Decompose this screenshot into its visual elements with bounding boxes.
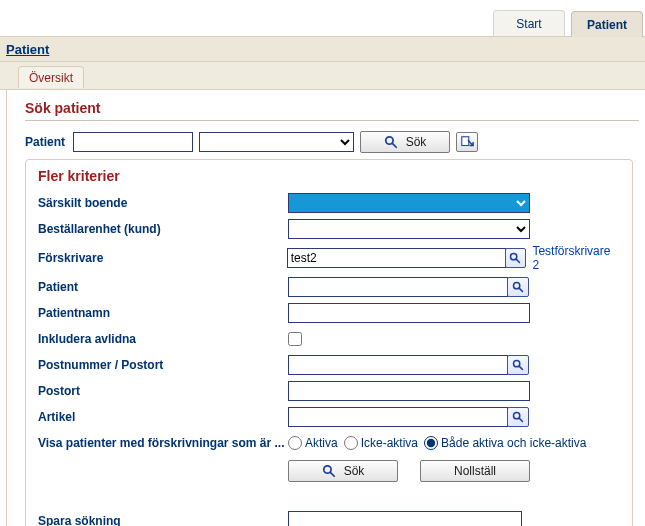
inkludera-label: Inkludera avlidna [38,332,288,346]
visa-radio-group: Aktiva Icke-aktiva Både aktiva och icke-… [288,436,586,450]
patientnamn-input[interactable] [288,303,530,323]
tab-patient-label: Patient [587,18,627,32]
postnr-lookup-button[interactable] [507,355,529,375]
forskrivare-label: Förskrivare [38,251,287,265]
subtab-overview-label: Översikt [29,71,73,85]
visa-label: Visa patienter med förskrivningar som är… [38,436,288,450]
postnr-label: Postnummer / Postort [38,358,288,372]
criteria-search-button[interactable]: Sök [288,460,398,482]
magnify-icon [512,281,524,293]
postort-label: Postort [38,384,288,398]
svg-line-1 [392,143,396,147]
artikel-label: Artikel [38,410,288,424]
shortcut-button[interactable] [456,132,478,152]
patient-dropdown[interactable] [199,132,354,152]
searchbar: Patient Sök [25,131,639,153]
criteria-box: Fler kriterier Särskilt boende Beställar… [25,159,633,526]
patient2-lookup-button[interactable] [507,277,529,297]
inkludera-checkbox[interactable] [288,332,302,346]
postnr-input[interactable] [288,355,508,375]
spara-label: Spara sökning [38,514,288,526]
forskrivare-input[interactable] [287,248,506,268]
forskrivare-lookup-button[interactable] [505,248,527,268]
radio-bada-label: Både aktiva och icke-aktiva [441,436,586,450]
magnify-icon [512,411,524,423]
section-title-search: Sök patient [25,100,639,118]
divider [25,120,639,121]
artikel-lookup-button[interactable] [507,407,529,427]
criteria-search-button-label: Sök [344,464,365,478]
patientnamn-label: Patientnamn [38,306,288,320]
magnify-icon [512,359,524,371]
spara-input[interactable] [288,511,522,526]
boende-label: Särskilt boende [38,196,288,210]
svg-rect-2 [462,137,469,146]
bestallarenhet-select[interactable] [288,219,530,239]
radio-aktiva[interactable]: Aktiva [288,436,338,450]
radio-bada[interactable]: Både aktiva och icke-aktiva [424,436,586,450]
forskrivare-link[interactable]: Testförskrivare 2 [532,244,620,272]
svg-line-12 [330,472,334,476]
tab-start-label: Start [516,17,541,31]
patient-input[interactable] [73,132,193,152]
reset-button-label: Nollställ [454,464,496,478]
svg-line-6 [519,288,522,291]
radio-bada-input[interactable] [424,436,438,450]
magnify-icon [384,135,398,149]
subtab-overview[interactable]: Översikt [18,66,84,88]
magnify-icon [322,464,336,478]
svg-line-8 [519,366,522,369]
patient2-input[interactable] [288,277,508,297]
criteria-title: Fler kriterier [38,168,620,184]
page-title: Patient [6,42,49,57]
svg-line-4 [517,259,520,262]
search-button-label: Sök [406,135,427,149]
postort-input[interactable] [288,381,530,401]
radio-aktiva-label: Aktiva [305,436,338,450]
patient2-label: Patient [38,280,288,294]
radio-icke-aktiva-label: Icke-aktiva [361,436,418,450]
artikel-input[interactable] [288,407,508,427]
shortcut-icon [460,135,474,149]
radio-icke-aktiva[interactable]: Icke-aktiva [344,436,418,450]
content-area: Sök patient Patient Sök Fler kriterier S… [6,90,645,526]
bestallarenhet-label: Beställarenhet (kund) [38,222,288,236]
radio-aktiva-input[interactable] [288,436,302,450]
tab-patient[interactable]: Patient [571,11,643,37]
radio-icke-aktiva-input[interactable] [344,436,358,450]
title-bar: Patient [0,36,645,62]
patient-label: Patient [25,135,73,149]
subtab-bar: Översikt [0,62,645,90]
top-tab-bar: Start Patient [0,0,645,36]
search-button[interactable]: Sök [360,131,450,153]
boende-select[interactable] [288,193,530,213]
magnify-icon [509,252,521,264]
reset-button[interactable]: Nollställ [420,460,530,482]
tab-start[interactable]: Start [493,10,565,36]
svg-line-10 [519,418,522,421]
